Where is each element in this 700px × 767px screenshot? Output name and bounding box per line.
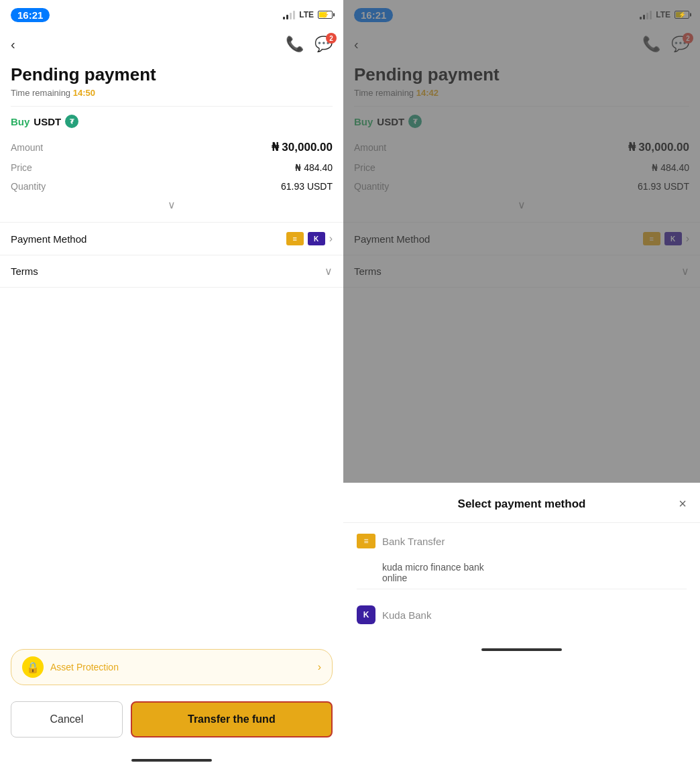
kuda-bank-option[interactable]: K Kuda Bank [343,595,700,635]
buy-label-left: Buy [11,116,30,127]
lte-label-left: LTE [299,10,314,19]
bank-transfer-option-label: Bank Transfer [382,536,445,547]
asset-protection-label-left: Asset Protection [50,662,311,672]
chevron-right-icon-left: › [329,233,333,245]
charging-bolt-left: ⚡ [322,11,329,18]
amount-row-left: Amount ₦ 30,000.00 [11,136,333,158]
time-remaining-left: Time remaining 14:50 [0,88,343,106]
signal-bar-3 [290,13,292,19]
signal-bar-4 [293,11,295,19]
payment-method-row-left[interactable]: Payment Method ≡ K › [0,222,343,255]
bank-transfer-option-icon: ≡ [357,534,375,548]
home-bar-left [131,759,212,762]
right-panel: 16:21 LTE ⚡ ‹ 📞 [343,0,700,767]
home-bar-right [481,648,562,651]
overlay [343,0,700,483]
cancel-button[interactable]: Cancel [11,701,123,738]
asset-protection-left[interactable]: 🔒 Asset Protection › [11,649,333,685]
price-label-left: Price [11,162,32,173]
battery-left: ⚡ [318,11,333,19]
status-bar-left: 16:21 LTE ⚡ [0,0,343,30]
buy-row-left: Buy USDT ₮ [11,115,333,128]
time-value-left: 14:50 [73,88,95,98]
terms-label-left: Terms [11,266,38,277]
bank-transfer-header: ≡ Bank Transfer [357,534,687,548]
signal-bar-2 [286,15,288,19]
amount-label-left: Amount [11,142,43,153]
bottom-sheet-title: Select payment method [375,497,668,511]
price-value-left: ₦ 484.40 [295,162,333,173]
status-right-left: LTE ⚡ [283,10,333,19]
usdt-label-left: USDT [34,116,61,127]
spacer-left [0,288,343,641]
bank-transfer-sub-text-1: kuda micro finance bank [382,562,687,573]
asset-protection-arrow-left: › [318,661,321,673]
nav-icons-left: 📞 💬 2 [286,36,333,53]
price-row-left: Price ₦ 484.40 [11,158,333,177]
signal-bars-left [283,10,295,19]
terms-row-left[interactable]: Terms ∨ [0,255,343,288]
usdt-icon-left: ₮ [65,115,78,128]
kuda-bank-option-icon: K [357,605,375,624]
bank-transfer-section: ≡ Bank Transfer kuda micro finance bank … [343,523,700,595]
quantity-row-left: Quantity 61.93 USDT [11,177,333,196]
transfer-button[interactable]: Transfer the fund [131,701,333,738]
asset-protection-icon-left: 🔒 [22,656,44,678]
time-remaining-label-left: Time remaining [11,88,70,98]
home-indicator-right [343,635,700,671]
payment-method-icons-left: ≡ K › [286,232,333,245]
bottom-buttons-left: Cancel Transfer the fund [0,693,343,754]
home-indicator-left [0,754,343,767]
bottom-sheet-header: Select payment method × [343,485,700,523]
transaction-section-left: Buy USDT ₮ Amount ₦ 30,000.00 Price ₦ 48… [0,107,343,222]
back-button-left[interactable]: ‹ [11,37,15,52]
page-title-left: Pending payment [0,59,343,88]
bank-transfer-sub-text-2: online [382,573,687,583]
expand-button-left[interactable]: ∨ [11,196,333,214]
charging-bolt-right: ⚡ [679,11,686,18]
payment-method-bottom-sheet: Select payment method × ≡ Bank Transfer … [343,485,700,767]
chat-badge-left: 2 [326,33,337,44]
nav-bar-left: ‹ 📞 💬 2 [0,30,343,59]
chevron-down-icon-left: ∨ [168,198,176,211]
chat-icon-wrap-left[interactable]: 💬 2 [314,36,333,53]
right-content: 16:21 LTE ⚡ ‹ 📞 [343,0,700,767]
bank-transfer-sub-item[interactable]: kuda micro finance bank online [357,556,687,589]
quantity-label-left: Quantity [11,181,46,192]
kuda-bank-label: Kuda Bank [382,609,431,621]
bank-transfer-icon-left: ≡ [286,232,304,245]
terms-chevron-left: ∨ [325,265,333,278]
left-panel: 16:21 LTE ⚡ ‹ 📞 💬 2 [0,0,343,767]
close-button[interactable]: × [668,496,687,512]
phone-icon-wrap-left[interactable]: 📞 [286,36,304,53]
quantity-value-left: 61.93 USDT [281,181,333,192]
payment-method-label-left: Payment Method [11,233,86,245]
signal-bar-1 [283,17,285,19]
kuda-icon-left: K [308,232,325,245]
status-time-left: 16:21 [11,8,50,22]
amount-value-left: ₦ 30,000.00 [272,140,333,154]
phone-icon-left: 📞 [286,36,304,52]
